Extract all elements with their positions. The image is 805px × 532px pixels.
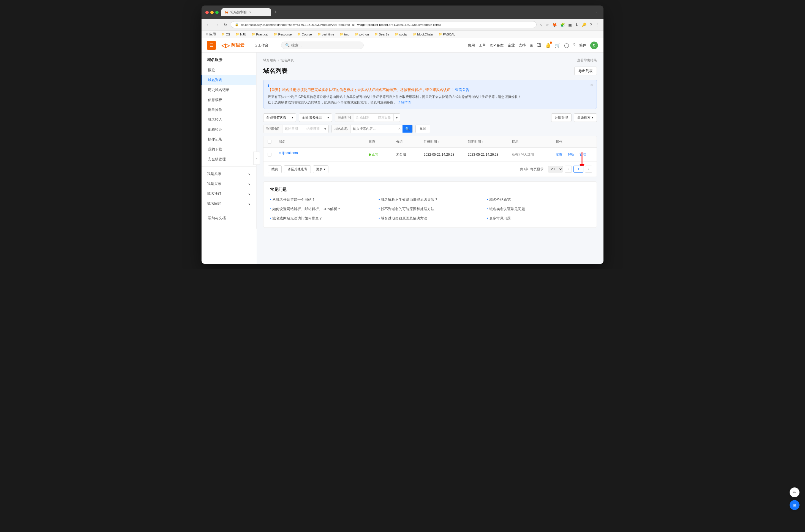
reader-mode-btn[interactable]: ▣ [567, 21, 573, 28]
bookmark-practical[interactable]: 📁 Practical [251, 32, 269, 37]
domain-link[interactable]: cuijiacai.com [279, 151, 298, 155]
bookmark-btn[interactable]: ☆ [544, 21, 550, 28]
nav-workbench[interactable]: ⌂ 工作台 [253, 42, 270, 49]
expire-date-dropdown-btn[interactable]: ▾ [322, 125, 328, 133]
close-window-btn[interactable] [205, 11, 209, 14]
expire-start-date[interactable]: 起始日期 [282, 125, 300, 133]
sidebar-group-buyer[interactable]: 我是买家 ∨ [202, 179, 256, 189]
domain-name-input[interactable] [351, 125, 397, 132]
bookmark-python[interactable]: 📁 python [354, 32, 370, 37]
bookmark-course[interactable]: 📁 Course [296, 32, 313, 37]
page-number-input[interactable]: 1 [573, 166, 583, 173]
download-btn[interactable]: ⬇ [574, 21, 580, 28]
bulk-more-btn[interactable]: 更多 ▾ [313, 165, 328, 173]
nav-billing[interactable]: 费用 [468, 43, 475, 48]
domain-search-submit-btn[interactable]: 🔍 [403, 125, 413, 133]
alert-learn-more-link[interactable]: 了解详情 [398, 100, 411, 104]
alert-close-btn[interactable]: ✕ [590, 83, 593, 87]
expire-end-date[interactable]: 结束日期 [304, 125, 322, 133]
nav-support[interactable]: 支持 [519, 43, 526, 48]
breadcrumb-domain-list[interactable]: 域名列表 [280, 58, 294, 63]
advanced-search-btn[interactable]: 高级搜索 ▾ [574, 113, 597, 122]
bulk-renew-btn[interactable]: 续费 [268, 165, 282, 173]
tab-close-btn[interactable]: ✕ [249, 11, 251, 14]
language-btn[interactable]: 简体 [579, 43, 586, 48]
view-results-link[interactable]: 查看导出结果 [577, 58, 597, 63]
sidebar-item-batch[interactable]: 批量操作 [202, 105, 256, 115]
header-search[interactable]: 🔍 [281, 41, 364, 49]
hamburger-menu-btn[interactable]: ☰ [207, 41, 216, 50]
notification-btn[interactable]: 🔔 [545, 43, 551, 48]
new-tab-btn[interactable]: + [273, 10, 279, 15]
console-icon-btn[interactable]: ⊞ [530, 43, 533, 48]
bookmark-pascal[interactable]: 📁 PASCAL [437, 32, 456, 37]
faq-item-2[interactable]: 域名或网站无法访问如何排查？ [270, 215, 373, 222]
extension2-btn[interactable]: 🧩 [559, 21, 566, 28]
register-end-date[interactable]: 结束日期 [376, 114, 394, 121]
sidebar-item-transfer[interactable]: 域名转入 [202, 115, 256, 125]
bookmark-cs[interactable]: 📁 CS [220, 32, 231, 37]
faq-item-1[interactable]: 如何设置网站解析、邮箱解析、CDN解析？ [270, 206, 373, 213]
window-controls[interactable]: ⋯ [596, 11, 600, 14]
faq-item-8[interactable]: 更多常见问题 [487, 215, 590, 222]
nav-icp[interactable]: ICP 备案 [490, 43, 504, 48]
sidebar-item-overview[interactable]: 概览 [202, 65, 256, 75]
alert-title-link[interactable]: 查看公告 [455, 88, 470, 92]
faq-item-0[interactable]: 从域名开始搭建一个网站？ [270, 196, 373, 203]
bookmark-parttime[interactable]: 📁 part-time [316, 32, 335, 37]
sidebar-group-repurchase[interactable]: 域名回购 ∨ [202, 198, 256, 209]
faq-item-6[interactable]: 域名价格总览 [487, 196, 590, 203]
sidebar-item-downloads[interactable]: 我的下载 [202, 145, 256, 154]
faq-item-7[interactable]: 域名实名认证常见问题 [487, 206, 590, 213]
user-avatar[interactable]: C [590, 41, 598, 49]
th-expire-time[interactable]: 到期时间 ↕ [464, 136, 509, 148]
prev-page-btn[interactable]: ‹ [565, 166, 572, 173]
address-bar[interactable]: 🔒 dc.console.aliyun.com/next/index?spm=5… [231, 21, 536, 28]
location-btn[interactable]: ◯ [564, 43, 569, 48]
sidebar-group-booking[interactable]: 域名预订 ∨ [202, 189, 256, 198]
sidebar-item-email[interactable]: 邮箱验证 [202, 125, 256, 134]
group-filter[interactable]: 全部域名分组 ▾ [299, 113, 332, 122]
group-mgmt-btn[interactable]: 分组管理 [551, 113, 571, 122]
sidebar-item-operations[interactable]: 操作记录 [202, 134, 256, 145]
minimize-window-btn[interactable] [211, 11, 214, 14]
question-btn[interactable]: ? [589, 21, 593, 28]
bookmark-apps[interactable]: ⊞ 应用 [205, 32, 217, 37]
bookmark-tmp[interactable]: 📁 tmp [339, 32, 350, 37]
register-start-date[interactable]: 起始日期 [354, 114, 372, 121]
sort-register-icon[interactable]: ↕ [438, 140, 439, 143]
domain-search-clear-btn[interactable]: ✕ [397, 125, 403, 132]
search-input[interactable] [291, 43, 360, 47]
select-all-checkbox[interactable] [268, 140, 272, 144]
resolve-link[interactable]: 解析 [568, 152, 574, 157]
sidebar-item-help[interactable]: 帮助与文档 [202, 213, 256, 223]
faq-item-5[interactable]: 域名过期失败原因及解决方法 [379, 215, 481, 222]
bookmark-resourse[interactable]: 📁 Resourse [273, 32, 293, 37]
nav-enterprise[interactable]: 企业 [508, 43, 515, 48]
bookmark-bearsir[interactable]: 📁 BearSir [373, 32, 390, 37]
bookmark-blockchain[interactable]: 📁 blockChain [412, 32, 434, 37]
per-page-select[interactable]: 20 50 100 [548, 166, 563, 172]
bookmark-social[interactable]: 📁 social [394, 32, 408, 37]
cart-btn[interactable]: 🛒 [555, 43, 560, 48]
maximize-window-btn[interactable] [215, 11, 219, 14]
breadcrumb-domain-service[interactable]: 域名服务 [263, 58, 276, 63]
active-tab[interactable]: Ie 域名控制台 ✕ [221, 8, 271, 16]
sidebar-item-security-lock[interactable]: 安全锁管理 [202, 154, 256, 164]
password-btn[interactable]: 🔑 [581, 21, 587, 28]
extension1-btn[interactable]: 🦊 [551, 21, 558, 28]
sort-expire-icon[interactable]: ↕ [482, 140, 483, 143]
reset-btn[interactable]: 重置 [416, 125, 430, 133]
bookmark-nju[interactable]: 📁 NJU [235, 32, 247, 37]
renew-link[interactable]: 续费 [556, 152, 563, 157]
help-btn[interactable]: ? [573, 43, 575, 48]
sidebar-item-info-template[interactable]: 信息模板 [202, 95, 256, 105]
register-date-dropdown-btn[interactable]: ▾ [394, 114, 400, 121]
export-btn[interactable]: 导出列表 [574, 66, 597, 75]
refresh-btn[interactable]: ↻ [222, 22, 228, 28]
status-filter[interactable]: 全部域名状态 ▾ [263, 113, 296, 122]
row-checkbox[interactable] [268, 153, 272, 156]
sidebar-group-seller[interactable]: 我是卖家 ∨ [202, 169, 256, 179]
back-btn[interactable]: ← [205, 22, 212, 28]
forward-btn[interactable]: → [214, 22, 220, 28]
